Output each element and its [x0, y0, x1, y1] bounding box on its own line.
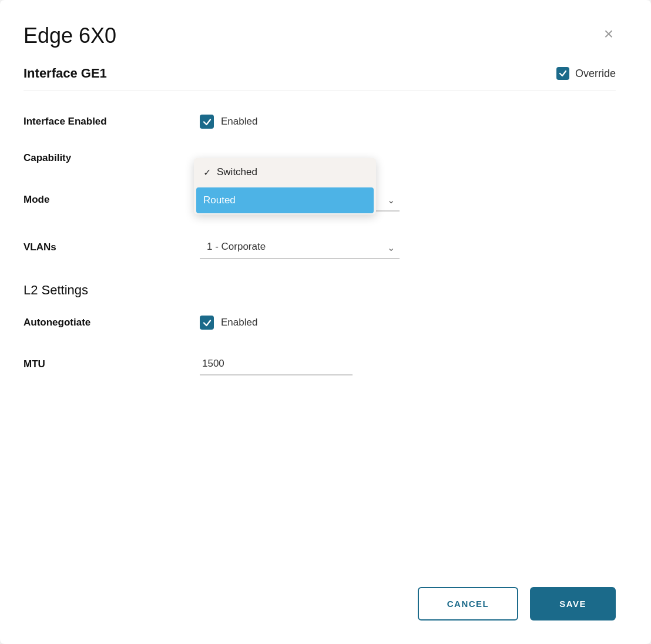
capability-row: Capability ✓ Switched Routed: [24, 152, 616, 164]
save-button[interactable]: SAVE: [530, 587, 616, 620]
interface-enabled-text: Enabled: [221, 116, 257, 128]
vlans-control: 1 - Corporate 2 - Guest 3 - IoT ⌄: [200, 235, 400, 259]
interface-enabled-checkbox-group: Enabled: [200, 115, 400, 129]
cancel-button[interactable]: CANCEL: [418, 587, 519, 620]
switched-checkmark: ✓: [203, 167, 211, 178]
mtu-input[interactable]: [200, 353, 353, 375]
interface-enabled-row: Interface Enabled Enabled: [24, 115, 616, 129]
capability-routed-label: Routed: [203, 194, 236, 206]
autonegotiate-label: Autonegotiate: [24, 317, 200, 328]
capability-dropdown-menu[interactable]: ✓ Switched Routed: [194, 158, 376, 214]
dialog-footer: CANCEL SAVE: [24, 575, 616, 620]
autonegotiate-text: Enabled: [221, 317, 257, 328]
form-content: Interface Enabled Enabled Capability: [24, 115, 616, 540]
capability-label: Capability: [24, 152, 200, 164]
dialog-title: Edge 6X0: [24, 24, 116, 48]
vlans-row: VLANs 1 - Corporate 2 - Guest 3 - IoT ⌄: [24, 235, 616, 259]
capability-option-switched[interactable]: ✓ Switched: [194, 158, 376, 186]
autonegotiate-control: Enabled: [200, 316, 400, 330]
section-title: Interface GE1: [24, 66, 107, 81]
l2-settings-title: L2 Settings: [24, 283, 616, 298]
mode-label: Mode: [24, 194, 200, 206]
interface-enabled-label: Interface Enabled: [24, 116, 200, 128]
mtu-label: MTU: [24, 358, 200, 370]
dialog: Edge 6X0 × Interface GE1 Override Interf…: [0, 0, 651, 644]
vlans-label: VLANs: [24, 242, 200, 253]
mtu-control: [200, 353, 400, 375]
capability-option-routed[interactable]: Routed: [196, 187, 374, 213]
section-header: Interface GE1 Override: [24, 66, 616, 91]
autonegotiate-checkbox-group: Enabled: [200, 316, 400, 330]
override-checkbox[interactable]: [556, 67, 569, 80]
autonegotiate-row: Autonegotiate Enabled: [24, 316, 616, 330]
capability-switched-label: Switched: [217, 166, 257, 178]
override-group: Override: [556, 67, 616, 80]
vlans-select[interactable]: 1 - Corporate 2 - Guest 3 - IoT: [200, 235, 400, 259]
override-label: Override: [575, 68, 616, 80]
close-button[interactable]: ×: [602, 24, 616, 45]
interface-enabled-control: Enabled: [200, 115, 400, 129]
dialog-header: Edge 6X0 ×: [24, 24, 616, 48]
interface-enabled-checkbox[interactable]: [200, 115, 214, 129]
mtu-row: MTU: [24, 353, 616, 375]
autonegotiate-checkbox[interactable]: [200, 316, 214, 330]
